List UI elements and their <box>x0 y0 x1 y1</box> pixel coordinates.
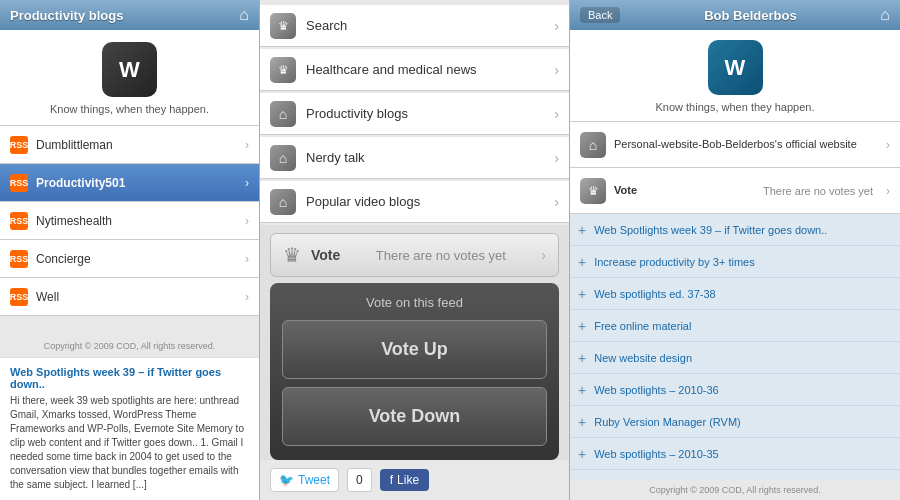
middle-panel: ♛ Search › ♛ Healthcare and medical news… <box>260 0 570 500</box>
plus-icon: + <box>578 222 586 238</box>
sidebar-item-dumblittleman[interactable]: RSS Dumblittleman › <box>0 126 259 164</box>
facebook-icon: f <box>390 473 393 487</box>
home-icon: ⌂ <box>270 101 296 127</box>
right-links-list: + Web Spotlights week 39 – if Twitter go… <box>570 214 900 480</box>
wp-logo-icon: W <box>708 40 763 95</box>
right-link-item[interactable]: + Web spotlights – 2010-36 <box>570 374 900 406</box>
right-link-item[interactable]: + Increase productivity by 3+ times <box>570 246 900 278</box>
chevron-icon: › <box>245 252 249 266</box>
vote-box: Vote on this feed Vote Up Vote Down <box>270 283 559 460</box>
wp-logo-icon: W <box>102 42 157 97</box>
news-body: Hi there, week 39 web spotlights are her… <box>10 394 249 492</box>
vote-up-button[interactable]: Vote Up <box>282 320 547 379</box>
chevron-icon: › <box>245 138 249 152</box>
home-icon: ⌂ <box>270 189 296 215</box>
left-copyright: Copyright © 2009 COD, All rights reserve… <box>0 335 259 357</box>
right-link-item[interactable]: + Web Spotlights week 39 – if Twitter go… <box>570 214 900 246</box>
rss-icon: RSS <box>10 250 28 268</box>
chevron-icon: › <box>886 138 890 152</box>
sidebar-item-well[interactable]: RSS Well › <box>0 278 259 316</box>
menu-item-productivity[interactable]: ⌂ Productivity blogs › <box>260 93 569 135</box>
right-header-title: Bob Belderbos <box>704 8 796 23</box>
chevron-icon: › <box>245 290 249 304</box>
left-hero-text: Know things, when they happen. <box>50 103 209 115</box>
crown-icon: ♛ <box>580 178 606 204</box>
right-link-label: Web spotlights – 2010-35 <box>594 448 892 460</box>
sidebar-item-label: Concierge <box>36 252 245 266</box>
right-link-item[interactable]: + Web spotlights ed. 37-38 <box>570 278 900 310</box>
vote-status: There are no votes yet <box>340 248 541 263</box>
rss-icon: RSS <box>10 288 28 306</box>
chevron-icon: › <box>886 184 890 198</box>
menu-item-label: Nerdy talk <box>306 150 554 165</box>
right-link-label: New website design <box>594 352 892 364</box>
right-home-icon[interactable]: ⌂ <box>880 6 890 24</box>
tweet-label: Tweet <box>298 473 330 487</box>
right-link-item[interactable]: + Ruby Version Manager (RVM) <box>570 406 900 438</box>
right-link-label: Web spotlights – 2010-36 <box>594 384 892 396</box>
rss-icon: RSS <box>10 136 28 154</box>
right-list-item-vote[interactable]: ♛ Vote There are no votes yet › <box>570 168 900 214</box>
home-icon: ⌂ <box>270 145 296 171</box>
chevron-icon: › <box>245 176 249 190</box>
sidebar-item-nytimeshealth[interactable]: RSS Nytimeshealth › <box>0 202 259 240</box>
plus-icon: + <box>578 318 586 334</box>
chevron-icon: › <box>554 18 559 34</box>
plus-icon: + <box>578 286 586 302</box>
right-link-label: Ruby Version Manager (RVM) <box>594 416 892 428</box>
right-link-label: Web Spotlights week 39 – if Twitter goes… <box>594 224 892 236</box>
right-list-item-label: Personal-website-Bob-Belderbos's officia… <box>614 137 886 151</box>
plus-icon: + <box>578 446 586 462</box>
menu-item-label: Productivity blogs <box>306 106 554 121</box>
menu-item-nerdy[interactable]: ⌂ Nerdy talk › <box>260 137 569 179</box>
middle-menu-list: ♛ Search › ♛ Healthcare and medical news… <box>260 0 569 225</box>
home-icon: ⌂ <box>580 132 606 158</box>
right-link-label: Increase productivity by 3+ times <box>594 256 892 268</box>
like-label: Like <box>397 473 419 487</box>
like-button[interactable]: f Like <box>380 469 429 491</box>
left-hero: W Know things, when they happen. <box>0 30 259 126</box>
right-link-item[interactable]: + Free online material <box>570 310 900 342</box>
right-link-item[interactable]: + Web spotlights – 2010-35 <box>570 438 900 470</box>
vote-bar[interactable]: ♛ Vote There are no votes yet › <box>270 233 559 277</box>
menu-item-label: Healthcare and medical news <box>306 62 554 77</box>
left-news-item[interactable]: Web Spotlights week 39 – if Twitter goes… <box>0 357 259 500</box>
sidebar-item-label: Nytimeshealth <box>36 214 245 228</box>
tweet-button[interactable]: 🐦 Tweet <box>270 468 339 492</box>
left-panel: Productivity blogs ⌂ W Know things, when… <box>0 0 260 500</box>
vote-box-title: Vote on this feed <box>366 295 463 310</box>
rss-icon: RSS <box>10 212 28 230</box>
menu-item-label: Search <box>306 18 554 33</box>
plus-icon: + <box>578 382 586 398</box>
right-list-item-website[interactable]: ⌂ Personal-website-Bob-Belderbos's offic… <box>570 122 900 168</box>
vote-down-button[interactable]: Vote Down <box>282 387 547 446</box>
sidebar-item-productivity501[interactable]: RSS Productivity501 › <box>0 164 259 202</box>
back-button[interactable]: Back <box>580 7 620 23</box>
news-title: Web Spotlights week 39 – if Twitter goes… <box>10 366 249 390</box>
sidebar-item-label: Dumblittleman <box>36 138 245 152</box>
chevron-icon: › <box>554 106 559 122</box>
menu-item-search[interactable]: ♛ Search › <box>260 5 569 47</box>
plus-icon: + <box>578 350 586 366</box>
chevron-icon: › <box>245 214 249 228</box>
twitter-icon: 🐦 <box>279 473 294 487</box>
vote-label: Vote <box>311 247 340 263</box>
sidebar-list: RSS Dumblittleman › RSS Productivity501 … <box>0 126 259 335</box>
menu-item-popular[interactable]: ⌂ Popular video blogs › <box>260 181 569 223</box>
chevron-icon: › <box>554 194 559 210</box>
vote-crown-icon: ♛ <box>283 243 301 267</box>
right-vote-label: Vote <box>614 183 750 197</box>
chevron-icon: › <box>541 247 546 263</box>
right-copyright: Copyright © 2009 COD, All rights reserve… <box>570 480 900 500</box>
menu-item-healthcare[interactable]: ♛ Healthcare and medical news › <box>260 49 569 91</box>
right-link-item[interactable]: + New website design <box>570 342 900 374</box>
social-bar: 🐦 Tweet 0 f Like <box>260 460 569 500</box>
rss-icon: RSS <box>10 174 28 192</box>
sidebar-item-label: Well <box>36 290 245 304</box>
left-header: Productivity blogs ⌂ <box>0 0 259 30</box>
right-hero-text: Know things, when they happen. <box>655 101 814 113</box>
left-home-icon[interactable]: ⌂ <box>239 6 249 24</box>
right-link-label: Free online material <box>594 320 892 332</box>
sidebar-item-concierge[interactable]: RSS Concierge › <box>0 240 259 278</box>
right-link-item[interactable]: + Rails 3 is out <box>570 470 900 480</box>
